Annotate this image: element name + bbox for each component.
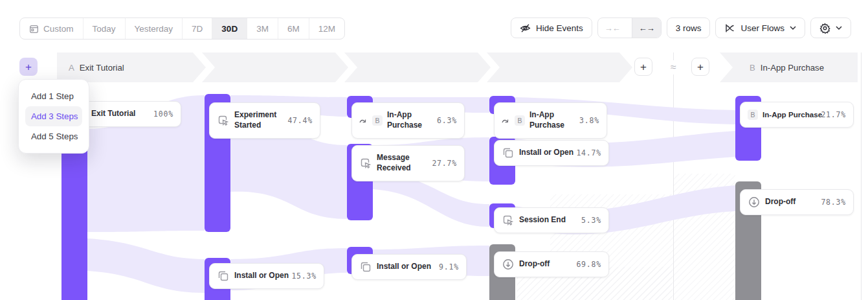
node-label: In-App Purchase xyxy=(529,110,575,130)
pointer-event-icon xyxy=(359,157,372,170)
node-percent: 9.1% xyxy=(439,262,459,271)
menu-item-add-5-steps[interactable]: Add 5 Steps xyxy=(25,126,82,146)
menu-item-add-3-steps[interactable]: Add 3 Steps xyxy=(25,106,82,126)
trend-arrow-icon xyxy=(359,117,368,124)
approx-separator: ≈ xyxy=(667,60,680,75)
date-range-yesterday[interactable]: Yesterday xyxy=(126,18,183,39)
dropoff-icon xyxy=(748,196,761,209)
dropoff-icon xyxy=(502,258,515,271)
node-label: Exit Tutorial xyxy=(91,109,149,119)
date-range-7d[interactable]: 7D xyxy=(183,18,212,39)
add-step-menu: Add 1 Step Add 3 Steps Add 5 Steps xyxy=(18,79,89,154)
node-label: Message Received xyxy=(377,153,427,173)
node-percent: 15.3% xyxy=(291,271,317,281)
menu-item-add-1-step[interactable]: Add 1 Step xyxy=(25,86,82,106)
node-label: Install or Open xyxy=(519,148,572,158)
date-range-label: 6M xyxy=(287,24,300,34)
eye-off-icon xyxy=(520,23,531,34)
date-range-label: 30D xyxy=(221,24,238,34)
node-label: In-App Purchase xyxy=(387,110,432,130)
hide-events-button[interactable]: Hide Events xyxy=(511,17,592,38)
step-band-b[interactable] xyxy=(720,52,858,82)
trend-arrow-icon xyxy=(502,117,510,124)
flow-node-install-or-open-2[interactable]: Install or Open 9.1% xyxy=(351,254,467,280)
add-step-button-a[interactable]: + xyxy=(19,58,38,76)
node-percent: 6.3% xyxy=(437,116,457,125)
date-range-label: 3M xyxy=(256,24,269,34)
pointer-event-icon xyxy=(502,214,515,227)
node-percent: 69.8% xyxy=(576,260,601,269)
node-label: Install or Open xyxy=(377,262,434,272)
event-badge-b: B xyxy=(748,110,758,120)
chevron-down-icon xyxy=(790,26,796,30)
app-windows-icon xyxy=(217,270,230,283)
node-percent: 47.4% xyxy=(287,116,313,125)
flow-node-in-app-purchase-2[interactable]: B In-App Purchase 3.8% xyxy=(494,102,607,139)
rows-button[interactable]: 3 rows xyxy=(667,17,711,38)
collapse-expand-toggle: →← ←→ xyxy=(597,17,662,38)
app-windows-icon xyxy=(502,146,515,159)
flow-node-in-app-purchase-b[interactable]: B In-App Purchase 21.7% xyxy=(740,102,854,128)
settings-dropdown[interactable] xyxy=(810,17,851,38)
node-label: Experiment Started xyxy=(234,110,283,130)
flow-node-drop-off-2[interactable]: Drop-off 78.3% xyxy=(740,189,854,215)
flow-node-session-end[interactable]: Session End 5.3% xyxy=(494,207,609,233)
rows-label: 3 rows xyxy=(676,23,702,33)
node-percent: 14.7% xyxy=(576,148,601,157)
expand-columns-button[interactable]: ←→ xyxy=(632,18,661,38)
date-range-12m[interactable]: 12M xyxy=(309,18,344,39)
flow-node-message-received[interactable]: Message Received 27.7% xyxy=(351,145,465,181)
plus-icon: + xyxy=(640,62,647,73)
flow-node-install-or-open-1[interactable]: Install or Open 15.3% xyxy=(209,263,324,289)
pointer-event-icon xyxy=(217,114,230,127)
flow-node-install-or-open-3[interactable]: Install or Open 14.7% xyxy=(494,140,609,166)
node-percent: 27.7% xyxy=(432,159,457,168)
user-flows-icon xyxy=(724,23,735,34)
date-range-label: Today xyxy=(93,24,116,34)
add-step-button-middle[interactable]: + xyxy=(634,58,652,76)
node-percent: 3.8% xyxy=(579,116,599,125)
date-range-30d[interactable]: 30D xyxy=(212,18,247,39)
date-range-label: Custom xyxy=(43,24,74,34)
approx-symbol: ≈ xyxy=(671,62,676,73)
date-range-today[interactable]: Today xyxy=(83,18,126,39)
step-band-a[interactable] xyxy=(57,52,632,82)
view-selector-label: User Flows xyxy=(740,23,785,33)
plus-icon: + xyxy=(25,62,32,73)
view-selector-dropdown[interactable]: User Flows xyxy=(715,17,805,38)
chevron-down-icon xyxy=(836,26,842,30)
calendar-icon xyxy=(29,24,39,34)
node-percent: 21.7% xyxy=(821,110,846,119)
node-label: Drop-off xyxy=(765,197,816,207)
event-badge-b: B xyxy=(515,115,525,126)
plus-icon: + xyxy=(697,62,704,73)
date-range-custom[interactable]: Custom xyxy=(20,18,83,39)
node-label: Drop-off xyxy=(519,259,572,270)
flow-node-drop-off-1[interactable]: Drop-off 69.8% xyxy=(494,251,609,277)
date-range-label: 7D xyxy=(192,24,203,34)
date-range-3m[interactable]: 3M xyxy=(247,18,278,39)
date-range-picker: Custom Today Yesterday 7D 30D 3M 6M 12M xyxy=(19,17,345,40)
node-label: Install or Open xyxy=(234,271,287,281)
node-label: Session End xyxy=(519,215,577,225)
event-badge-b: B xyxy=(372,115,383,126)
flow-node-experiment-started[interactable]: Experiment Started 47.4% xyxy=(209,102,320,139)
date-range-6m[interactable]: 6M xyxy=(278,18,309,39)
node-percent: 5.3% xyxy=(581,216,601,225)
toolbar-right: Hide Events →← ←→ 3 rows User Flows xyxy=(511,17,851,38)
hide-events-label: Hide Events xyxy=(536,23,583,33)
add-step-button-b[interactable]: + xyxy=(691,58,709,76)
gear-icon xyxy=(819,23,830,34)
collapse-columns-button[interactable]: →← xyxy=(598,18,627,38)
node-percent: 100% xyxy=(153,110,173,119)
date-range-label: 12M xyxy=(318,24,335,34)
flow-node-in-app-purchase-1[interactable]: B In-App Purchase 6.3% xyxy=(351,102,465,139)
node-percent: 78.3% xyxy=(821,198,846,207)
node-label: In-App Purchase xyxy=(762,110,816,119)
app-windows-icon xyxy=(359,260,372,273)
date-range-label: Yesterday xyxy=(135,24,173,34)
